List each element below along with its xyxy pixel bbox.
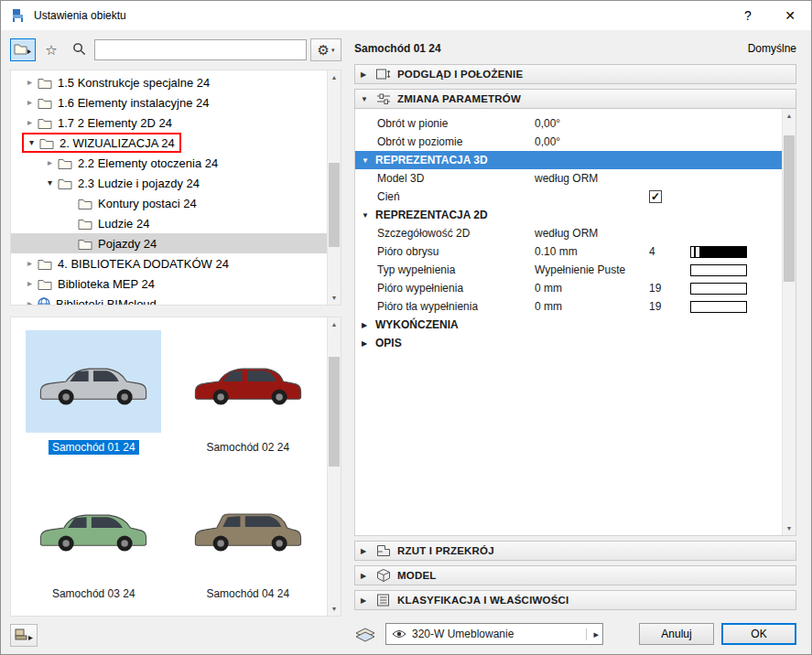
pen-number[interactable]: 4 xyxy=(649,245,690,258)
scroll-track[interactable] xyxy=(783,123,796,521)
triangle-down-icon[interactable] xyxy=(362,211,375,220)
param-row-typ-wypelnienia[interactable]: Typ wypełnienia Wypełnienie Puste xyxy=(355,261,782,279)
thumbnail-samochod-04[interactable]: Samochód 04 24 xyxy=(171,469,326,616)
param-row-pioro-tla-wypelnienia[interactable]: Pióro tła wypełnienia 0 mm 19 xyxy=(355,297,782,316)
triangle-down-icon[interactable] xyxy=(361,95,374,103)
tree-item-kontury-postaci[interactable]: Kontury postaci 24 xyxy=(11,193,327,213)
pen-number[interactable]: 19 xyxy=(649,300,690,313)
tree-scrollbar[interactable] xyxy=(327,70,341,305)
parameters-scrollbar[interactable] xyxy=(782,109,796,535)
tree-item-biblioteka-mep[interactable]: Biblioteka MEP 24 xyxy=(11,274,327,294)
close-button[interactable]: ✕ xyxy=(769,1,811,30)
thumbnail-samochod-01[interactable]: Samochód 01 24 xyxy=(16,323,171,469)
triangle-right-icon[interactable] xyxy=(362,321,375,329)
param-group-reprezentacja-3d[interactable]: REPREZENTACJA 3D xyxy=(355,151,782,169)
section-plan-section[interactable]: RZUT I PRZEKRÓJ xyxy=(354,541,796,561)
tree-item-elementy-otoczenia[interactable]: 2.2 Elementy otoczenia 24 xyxy=(11,153,327,173)
scroll-up-button[interactable] xyxy=(328,70,341,84)
scroll-down-button[interactable] xyxy=(783,521,796,535)
chevron-down-icon[interactable] xyxy=(42,178,58,188)
scroll-thumb[interactable] xyxy=(329,163,340,247)
param-value[interactable]: 0 mm xyxy=(535,282,649,295)
scroll-track[interactable] xyxy=(328,331,341,602)
param-value[interactable]: według ORM xyxy=(535,227,649,240)
param-row-szczegolowosc-2d[interactable]: Szczegółowość 2D według ORM xyxy=(355,224,782,242)
scroll-up-button[interactable] xyxy=(783,109,796,123)
param-value[interactable]: według ORM xyxy=(535,172,649,185)
pen-number[interactable]: 19 xyxy=(649,282,690,295)
param-row-cien[interactable]: Cień xyxy=(355,188,782,206)
scroll-down-button[interactable] xyxy=(328,602,341,616)
cien-checkbox[interactable] xyxy=(649,190,662,203)
triangle-right-icon[interactable] xyxy=(361,70,374,79)
tree-item-pojazdy[interactable]: Pojazdy 24 xyxy=(11,233,327,253)
param-value[interactable]: 0.10 mm xyxy=(535,245,649,258)
scroll-thumb[interactable] xyxy=(329,357,340,467)
section-model[interactable]: MODEL xyxy=(354,565,796,585)
flyout-arrow-icon[interactable] xyxy=(586,628,599,640)
thumbnail-scrollbar[interactable] xyxy=(327,317,341,616)
tree-item-biblioteka-dodatkow[interactable]: 4. BIBLIOTEKA DODATKÓW 24 xyxy=(11,253,327,274)
favorites-button[interactable]: ☆ xyxy=(39,38,63,61)
param-row-obrot-w-pionie[interactable]: Obrót w pionie 0,00° xyxy=(355,114,782,133)
tree-item-elementy-2d[interactable]: 1.7 2 Elementy 2D 24 xyxy=(11,113,327,133)
scroll-down-button[interactable] xyxy=(328,291,341,305)
scroll-up-button[interactable] xyxy=(328,317,341,331)
load-other-object-button[interactable] xyxy=(10,624,38,647)
triangle-right-icon[interactable] xyxy=(362,339,375,348)
param-value[interactable]: 0 mm xyxy=(535,300,649,313)
chevron-right-icon[interactable] xyxy=(22,299,38,305)
chevron-right-icon[interactable] xyxy=(22,118,38,127)
chevron-right-icon[interactable] xyxy=(22,78,38,87)
param-row-pioro-wypelnienia[interactable]: Pióro wypełnienia 0 mm 19 xyxy=(355,279,782,297)
thumbnail-samochod-02[interactable]: Samochód 02 24 xyxy=(171,323,326,469)
chevron-right-icon[interactable] xyxy=(22,259,38,268)
thumbnail-samochod-03[interactable]: Samochód 03 24 xyxy=(16,469,171,616)
param-value[interactable]: 0,00° xyxy=(535,117,649,130)
tree-item-ludzie[interactable]: Ludzie 24 xyxy=(11,213,327,233)
fill-type-swatch[interactable] xyxy=(690,264,747,276)
pen-color-swatch[interactable] xyxy=(690,246,747,258)
pen-color-swatch[interactable] xyxy=(690,301,747,313)
param-group-reprezentacja-2d[interactable]: REPREZENTACJA 2D xyxy=(355,206,782,224)
layer-dropdown[interactable]: 320-W Umeblowanie xyxy=(385,623,603,645)
tree-item-ludzie-i-pojazdy[interactable]: 2.3 Ludzie i pojazdy 24 xyxy=(11,173,327,193)
tree-item-label: Biblioteka MEP 24 xyxy=(58,277,155,291)
classification-icon xyxy=(375,593,392,607)
default-label[interactable]: Domyślne xyxy=(748,42,796,55)
triangle-right-icon[interactable] xyxy=(361,547,374,555)
folder-view-button[interactable] xyxy=(10,38,36,61)
search-button[interactable] xyxy=(67,38,91,61)
chevron-right-icon[interactable] xyxy=(22,279,38,288)
tree-item-elementy-instalacyjne[interactable]: 1.6 Elementy instalacyjne 24 xyxy=(11,92,327,113)
tree-item-konstrukcje-specjalne[interactable]: 1.5 Konstrukcje specjalne 24 xyxy=(11,72,327,92)
settings-menu-button[interactable]: ⚙ ▾ xyxy=(310,38,341,61)
search-input[interactable] xyxy=(94,39,307,60)
chevron-right-icon[interactable] xyxy=(42,158,58,167)
triangle-down-icon[interactable] xyxy=(362,156,375,165)
param-value[interactable]: 0,00° xyxy=(535,135,649,148)
triangle-right-icon[interactable] xyxy=(361,596,374,605)
param-row-model-3d[interactable]: Model 3D według ORM xyxy=(355,169,782,188)
triangle-right-icon[interactable] xyxy=(361,572,374,580)
param-row-pioro-obrysu[interactable]: Pióro obrysu 0.10 mm 4 xyxy=(355,242,782,261)
pen-color-swatch[interactable] xyxy=(690,283,747,295)
chevron-right-icon[interactable] xyxy=(22,98,38,107)
section-preview-position[interactable]: PODGLĄD I POŁOŻENIE xyxy=(354,64,796,84)
cancel-button[interactable]: Anuluj xyxy=(639,623,714,645)
scroll-track[interactable] xyxy=(328,84,341,291)
param-value[interactable]: Wypełnienie Puste xyxy=(535,263,649,276)
title-bar[interactable]: Ustawienia obiektu ? ✕ xyxy=(1,1,811,30)
tree-item-wizualizacja[interactable]: 2. WIZUALIZACJA 24 xyxy=(11,133,327,153)
section-classification[interactable]: KLASYFIKACJA I WŁAŚCIWOŚCI xyxy=(354,590,796,610)
param-group-opis[interactable]: OPIS xyxy=(355,334,782,352)
tree-item-biblioteki-bimcloud[interactable]: Biblioteki BIMcloud xyxy=(11,294,327,305)
chevron-down-icon[interactable] xyxy=(24,138,39,147)
param-label: Model 3D xyxy=(355,172,535,185)
param-row-obrot-w-poziomie[interactable]: Obrót w poziomie 0,00° xyxy=(355,133,782,151)
section-parameters[interactable]: ZMIANA PARAMETRÓW xyxy=(354,89,796,109)
param-group-wykonczenia[interactable]: WYKOŃCZENIA xyxy=(355,316,782,334)
scroll-thumb[interactable] xyxy=(784,135,795,282)
ok-button[interactable]: OK xyxy=(721,623,796,645)
help-button[interactable]: ? xyxy=(727,1,769,30)
